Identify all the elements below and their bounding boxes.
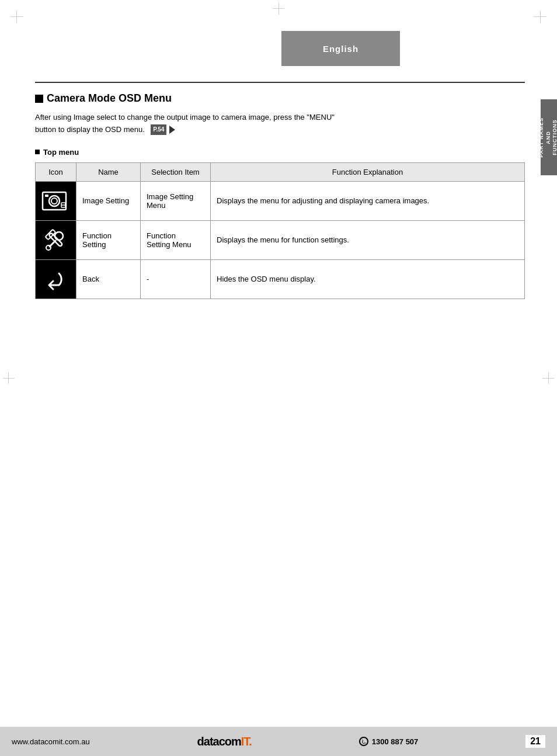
icon-cell-3 [36,259,76,299]
svg-rect-7 [45,229,55,240]
back-icon [41,265,71,294]
th-function: Function Explanation [211,162,525,181]
corner-mark-tl [11,11,28,28]
title-square-icon [35,95,43,103]
footer-phone-number: 1300 887 507 [372,737,419,746]
footer-logo: datacomIT. [197,735,252,748]
language-tab-label: English [323,44,358,54]
th-name: Name [76,162,141,181]
table-row: Image Setting Image Setting Menu Display… [36,181,525,220]
footer-phone-container: 1300 887 507 [359,737,419,746]
top-menu-text: Top menu [43,148,79,157]
svg-rect-3 [45,195,48,197]
main-content: Camera Mode OSD Menu After using Image s… [35,82,525,299]
top-menu-label: Top menu [35,148,525,157]
icon-cell-2 [36,220,76,259]
svg-point-10 [46,245,51,250]
page-reference: P.54 [147,124,176,136]
footer-website: www.datacomit.com.au [12,737,90,746]
top-rule [35,82,525,83]
footer-page-number: 21 [525,735,545,748]
camera-icon [41,186,71,216]
table-row: Back - Hides the OSD menu display. [36,259,525,299]
center-left-mark [0,372,18,384]
table-header-row: Icon Name Selection Item Function Explan… [36,162,525,181]
function-cell-3: Hides the OSD menu display. [211,259,525,299]
svg-point-8 [55,232,63,240]
phone-icon [359,737,368,746]
selection-cell-3: - [141,259,211,299]
footer: www.datacomit.com.au datacomIT. 1300 887… [0,727,557,756]
selection-cell-2: FunctionSetting Menu [141,220,211,259]
th-icon: Icon [36,162,76,181]
description: After using Image select to change the o… [35,112,525,136]
corner-mark-tr [529,11,546,28]
function-cell-1: Displays the menu for adjusting and disp… [211,181,525,220]
selection-cell-1: Image Setting Menu [141,181,211,220]
center-top-mark [273,0,284,18]
side-tab-label: PART NAMES AND FUNCTIONS [538,117,557,158]
logo-it: IT. [241,735,252,748]
logo-datacom: datacom [197,735,241,748]
wrench-icon [41,226,71,255]
menu-square-icon [35,150,40,154]
arrow-icon [169,126,175,134]
name-cell-3: Back [76,259,141,299]
svg-point-1 [49,196,60,206]
section-title-text: Camera Mode OSD Menu [47,92,172,105]
language-tab: English [281,31,400,66]
th-selection: Selection Item [141,162,211,181]
section-title: Camera Mode OSD Menu [35,92,525,105]
svg-point-2 [51,198,57,204]
name-cell-1: Image Setting [76,181,141,220]
menu-table: Icon Name Selection Item Function Explan… [35,162,525,299]
page-badge: P.54 [151,124,166,135]
side-tab: PART NAMES AND FUNCTIONS [541,99,557,175]
description-line1: After using Image select to change the o… [35,113,335,122]
function-cell-2: Displays the menu for function settings. [211,220,525,259]
description-line2: button to display the OSD menu. [35,125,145,134]
center-right-mark [539,372,557,384]
icon-cell-1 [36,181,76,220]
table-row: FunctionSetting FunctionSetting Menu Dis… [36,220,525,259]
name-cell-2: FunctionSetting [76,220,141,259]
